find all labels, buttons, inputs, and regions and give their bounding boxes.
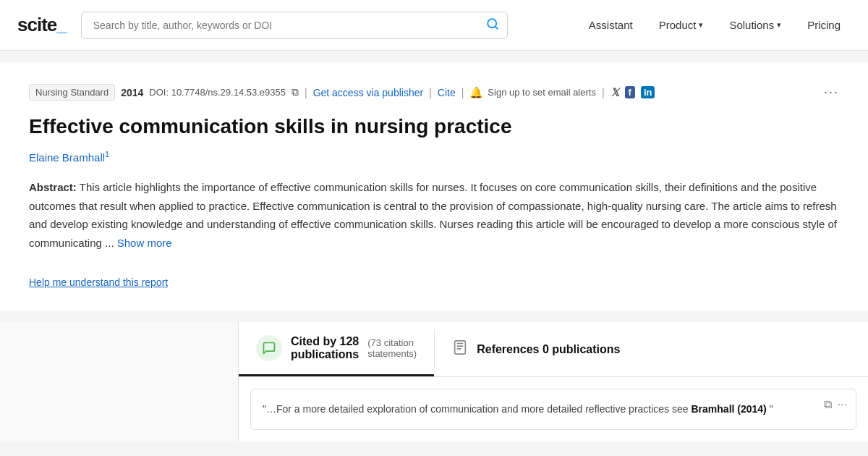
citation-card: "…For a more detailed exploration of com… xyxy=(250,389,856,429)
svg-rect-2 xyxy=(455,341,466,354)
search-icon xyxy=(486,17,499,33)
chevron-down-icon: ▾ xyxy=(777,20,781,30)
year-badge: 2014 xyxy=(121,87,143,98)
copy-doi-icon[interactable]: ⧉ xyxy=(292,86,299,98)
copy-citation-icon[interactable]: ⧉ xyxy=(824,398,832,411)
nav-product[interactable]: Product ▾ xyxy=(649,13,714,37)
references-icon xyxy=(452,339,468,359)
citations-tabs: Cited by 128 publications (73 citation s… xyxy=(239,322,868,377)
left-sidebar xyxy=(0,322,239,441)
nav-pricing[interactable]: Pricing xyxy=(797,13,851,37)
citation-card-actions: ⧉ ··· xyxy=(824,398,847,411)
svg-line-1 xyxy=(495,26,497,28)
journal-badge: Nursing Standard xyxy=(29,84,115,101)
article-title: Effective communication skills in nursin… xyxy=(29,114,839,140)
article-meta: Nursing Standard 2014 DOI: 10.7748/ns.29… xyxy=(29,84,839,101)
citation-quote: "…For a more detailed exploration of com… xyxy=(263,401,844,417)
alert-wrap: 🔔 Sign up to set email alerts xyxy=(469,86,596,99)
article-abstract: Abstract: This article highlights the im… xyxy=(29,178,839,252)
cite-link[interactable]: Cite xyxy=(438,87,456,98)
access-publisher-link[interactable]: Get access via publisher xyxy=(313,87,424,98)
more-options-button[interactable]: ··· xyxy=(824,85,839,100)
citations-panel: Cited by 128 publications (73 citation s… xyxy=(239,322,868,441)
citation-statements-sub: (73 citation statements) xyxy=(367,337,417,359)
bell-icon: 🔔 xyxy=(469,86,483,99)
alert-text[interactable]: Sign up to set email alerts xyxy=(488,87,596,98)
social-icons: 𝕏 f in xyxy=(610,86,655,99)
doi-text: DOI: 10.7748/ns.29.14.53.e9355 xyxy=(149,87,286,98)
cited-by-tab[interactable]: Cited by 128 publications (73 citation s… xyxy=(239,322,434,376)
nav-assistant[interactable]: Assistant xyxy=(579,13,643,37)
citation-author: Bramhall (2014) xyxy=(692,403,767,415)
twitter-icon[interactable]: 𝕏 xyxy=(610,86,619,99)
references-tab[interactable]: References 0 publications xyxy=(435,322,637,376)
chevron-down-icon: ▾ xyxy=(699,20,703,30)
references-label: References 0 publications xyxy=(477,343,620,356)
linkedin-icon[interactable]: in xyxy=(641,86,655,98)
chat-bubble-icon xyxy=(256,335,282,361)
search-input[interactable] xyxy=(81,12,508,39)
search-bar-container xyxy=(81,12,508,39)
help-understand-link[interactable]: Help me understand this report xyxy=(29,276,168,288)
nav-solutions[interactable]: Solutions ▾ xyxy=(719,13,791,37)
article-card: Nursing Standard 2014 DOI: 10.7748/ns.29… xyxy=(0,62,868,311)
show-more-button[interactable]: Show more xyxy=(117,237,172,249)
bottom-section: Cited by 128 publications (73 citation s… xyxy=(0,322,868,441)
cited-by-label: Cited by 128 publications xyxy=(291,335,359,361)
main-nav: Assistant Product ▾ Solutions ▾ Pricing xyxy=(579,13,851,37)
header: scite_ Assistant Product ▾ Solutions ▾ P… xyxy=(0,0,868,51)
more-citation-options-icon[interactable]: ··· xyxy=(838,398,847,411)
logo[interactable]: scite_ xyxy=(17,14,67,36)
article-author[interactable]: Elaine Bramhall1 xyxy=(29,150,839,164)
facebook-icon[interactable]: f xyxy=(625,86,635,98)
